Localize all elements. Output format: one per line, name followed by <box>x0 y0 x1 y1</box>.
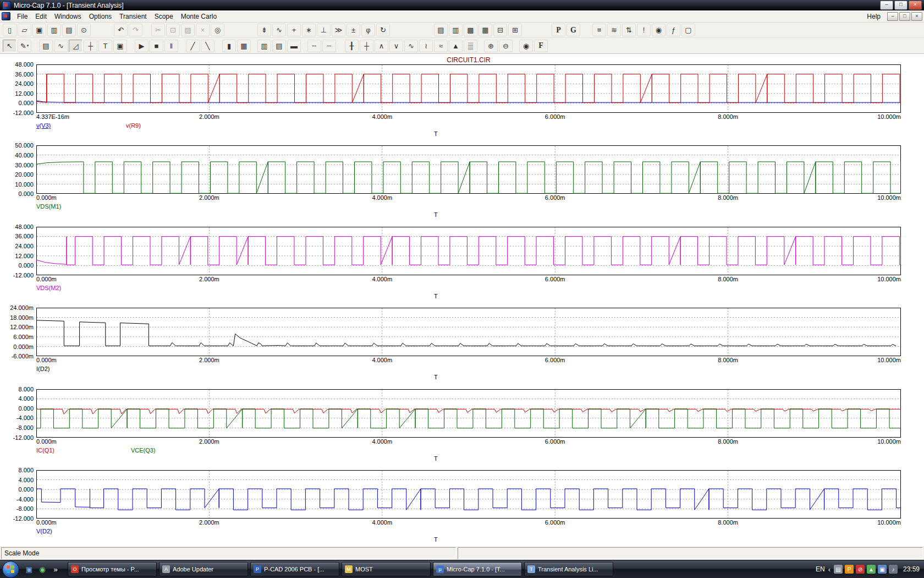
close-file-button[interactable]: ▥ <box>47 24 61 36</box>
peak-button[interactable]: ∧ <box>375 40 388 52</box>
tile-horizontal-button[interactable]: ▤ <box>434 24 448 36</box>
quick-launch-expand-icon[interactable]: » <box>50 564 61 575</box>
print-preview-button[interactable]: ⊙ <box>77 24 91 36</box>
cascade-windows-button[interactable]: ▦ <box>479 24 492 36</box>
trace-label-vd2[interactable]: V(D2) <box>36 528 52 535</box>
mdi-restore-button[interactable]: □ <box>899 12 910 21</box>
properties-button[interactable]: ▣ <box>113 40 127 52</box>
menu-edit[interactable]: Edit <box>31 12 51 21</box>
trace-label-id2[interactable]: I(D2) <box>36 366 50 372</box>
add-part-button[interactable]: + <box>287 24 301 36</box>
ground-button[interactable]: ⊥ <box>317 24 331 36</box>
overlap-windows-button[interactable]: ▩ <box>464 24 477 36</box>
graphics-mode-button[interactable]: ✎▾ <box>18 40 31 52</box>
bold-trace-button[interactable]: ▬ <box>287 40 301 52</box>
data-points-button[interactable]: ▥ <box>257 40 271 52</box>
state-variables-button[interactable]: ! <box>637 24 651 36</box>
trace-label-vdsm1[interactable]: VDS(M1) <box>36 203 61 210</box>
inflection-button[interactable]: ≈ <box>434 40 448 52</box>
quick-launch-desktop-icon[interactable]: ▣ <box>24 564 35 575</box>
pause-button[interactable]: ‖ <box>164 40 178 52</box>
grid-text-button[interactable]: G <box>566 24 580 36</box>
slider-button[interactable]: ⇅ <box>622 24 636 36</box>
zoom-in-button[interactable]: ⊕ <box>484 40 498 52</box>
rotate-button[interactable]: ↻ <box>376 24 390 36</box>
language-indicator[interactable]: EN <box>816 565 825 573</box>
paste-button[interactable]: ▨ <box>181 24 195 36</box>
formula-text-button[interactable]: F <box>534 40 548 52</box>
cursor-right-button[interactable]: ┼ <box>360 40 373 52</box>
quick-launch-media-icon[interactable]: ◉ <box>37 564 48 575</box>
task-adobe-updater[interactable]: AAdobe Updater <box>159 562 248 576</box>
phase-button[interactable]: φ <box>361 24 375 36</box>
menu-help[interactable]: Help <box>861 12 886 21</box>
menu-monte-carlo[interactable]: Monte Carlo <box>177 12 221 21</box>
low-button[interactable]: ≀ <box>419 40 433 52</box>
undo-button[interactable]: ↶ <box>114 24 128 36</box>
run-button[interactable]: ▶ <box>135 40 148 52</box>
tray-blocked-icon[interactable]: ⊘ <box>856 565 865 574</box>
stop-button[interactable]: ■ <box>150 40 163 52</box>
trace-label-vv3[interactable]: v(V3) <box>36 122 51 129</box>
animate-button[interactable]: ▢ <box>681 24 695 36</box>
pan-button[interactable]: ◉ <box>519 40 533 52</box>
probe-button[interactable]: ◉ <box>652 24 666 36</box>
plot-canvas-4[interactable] <box>36 308 901 356</box>
menu-transient[interactable]: Transient <box>116 12 151 21</box>
plot-canvas-2[interactable] <box>36 145 901 194</box>
trace-label-icq1[interactable]: IC(Q1) <box>36 447 54 454</box>
close-button[interactable]: × <box>909 1 922 10</box>
mdi-child-icon[interactable] <box>2 12 10 20</box>
clock[interactable]: 23:59 <box>901 565 920 573</box>
sine-source-button[interactable]: ∿ <box>272 24 286 36</box>
mdi-minimize-button[interactable]: – <box>887 12 898 21</box>
baseline-button[interactable]: ┄ <box>322 40 336 52</box>
plot-canvas-3[interactable] <box>36 227 901 275</box>
task-transient-list[interactable]: TTransient Analysis Li... <box>524 562 613 576</box>
valley-button[interactable]: ∨ <box>389 40 403 52</box>
trace-label-vdsm2[interactable]: VDS(M2) <box>36 285 61 291</box>
high-button[interactable]: ∿ <box>404 40 418 52</box>
task-pcad[interactable]: PP-CAD 2006 PCB - [... <box>250 562 339 576</box>
step-down-button[interactable]: ⇟ <box>257 24 271 36</box>
task-microcap[interactable]: µMicro-Cap 7.1.0 - [T... <box>433 562 522 576</box>
line-tool-button[interactable]: ╱ <box>186 40 200 52</box>
stepping-button[interactable]: ≡ <box>592 24 606 36</box>
task-most[interactable]: MMOST <box>342 562 431 576</box>
select-mode-button[interactable]: ↖ <box>3 40 16 52</box>
top-button[interactable]: ▲ <box>449 40 463 52</box>
minimize-button[interactable]: – <box>880 1 893 10</box>
scale-mode-button[interactable]: ◿ <box>69 40 82 52</box>
cursor-mode-button[interactable]: ┼ <box>84 40 97 52</box>
diagonal-tool-button[interactable]: ╲ <box>201 40 215 52</box>
waveform-probe-button[interactable]: ∿ <box>54 40 68 52</box>
plot-canvas-5[interactable] <box>36 389 901 438</box>
menu-windows[interactable]: Windows <box>51 12 85 21</box>
menu-file[interactable]: File <box>13 12 31 21</box>
delete-button[interactable]: × <box>196 24 210 36</box>
save-file-button[interactable]: ▣ <box>32 24 46 36</box>
tray-antivirus-icon[interactable]: ▲ <box>867 565 876 574</box>
menu-scope[interactable]: Scope <box>151 12 177 21</box>
trace-label-vr9[interactable]: v(R9) <box>126 122 141 129</box>
horizontal-line-button[interactable]: ╌ <box>307 40 321 52</box>
tray-punto-icon[interactable]: P <box>845 565 854 574</box>
select-region-button[interactable]: ▮ <box>222 40 236 52</box>
print-button[interactable]: ▤ <box>62 24 76 36</box>
point-tag-button[interactable]: P <box>552 24 565 36</box>
plot-canvas-6[interactable] <box>36 470 901 519</box>
zoom-out-button[interactable]: ⊖ <box>499 40 513 52</box>
analysis-limits-button[interactable]: ▤ <box>39 40 53 52</box>
trace-label-vceq3[interactable]: VCE(Q3) <box>131 447 156 454</box>
grid-toggle-button[interactable]: ▦ <box>237 40 251 52</box>
workbook-mode-button[interactable]: ⊞ <box>508 24 522 36</box>
tray-volume-icon[interactable]: ♪ <box>889 565 898 574</box>
tray-display-icon[interactable]: ▣ <box>878 565 887 574</box>
start-button[interactable] <box>2 561 19 578</box>
tile-vertical-button[interactable]: ▥ <box>449 24 463 36</box>
open-file-button[interactable]: ▱ <box>18 24 31 36</box>
chevrons-button[interactable]: ≫ <box>332 24 345 36</box>
vi-display-button[interactable]: ƒ <box>667 24 680 36</box>
maximize-button[interactable]: □ <box>894 1 908 10</box>
task-opera-forum[interactable]: OПросмотр темы - P... <box>68 562 157 576</box>
